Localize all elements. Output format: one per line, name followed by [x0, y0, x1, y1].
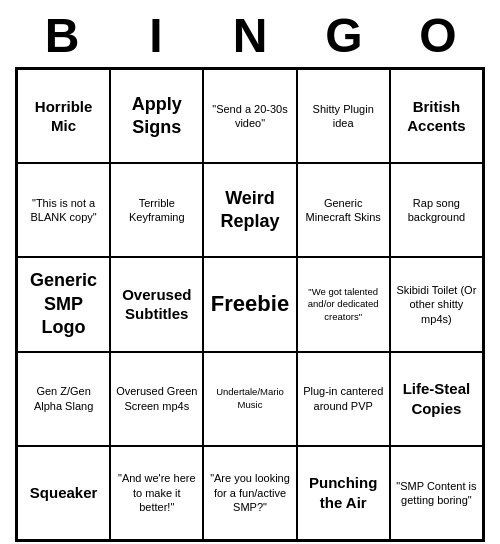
title-g: G — [304, 8, 384, 63]
bingo-cell-19: Life-Steal Copies — [390, 352, 483, 446]
bingo-cell-6: Terrible Keyframing — [110, 163, 203, 257]
bingo-cell-17: Undertale/Mario Music — [203, 352, 296, 446]
title-n: N — [210, 8, 290, 63]
bingo-cell-24: "SMP Content is getting boring" — [390, 446, 483, 540]
bingo-cell-3: Shitty Plugin idea — [297, 69, 390, 163]
bingo-cell-11: Overused Subtitles — [110, 257, 203, 351]
title-i: I — [116, 8, 196, 63]
bingo-cell-18: Plug-in cantered around PVP — [297, 352, 390, 446]
bingo-cell-9: Rap song background — [390, 163, 483, 257]
title-o: O — [398, 8, 478, 63]
bingo-cell-7: Weird Replay — [203, 163, 296, 257]
bingo-cell-20: Squeaker — [17, 446, 110, 540]
bingo-cell-2: "Send a 20-30s video" — [203, 69, 296, 163]
bingo-cell-5: "This is not a BLANK copy" — [17, 163, 110, 257]
bingo-cell-12: Freebie — [203, 257, 296, 351]
bingo-cell-8: Generic Minecraft Skins — [297, 163, 390, 257]
title-b: B — [22, 8, 102, 63]
bingo-cell-21: "And we're here to make it better!" — [110, 446, 203, 540]
bingo-cell-15: Gen Z/Gen Alpha Slang — [17, 352, 110, 446]
bingo-cell-14: Skibidi Toilet (Or other shitty mp4s) — [390, 257, 483, 351]
bingo-header: B I N G O — [15, 0, 485, 67]
bingo-cell-23: Punching the Air — [297, 446, 390, 540]
bingo-cell-1: Apply Signs — [110, 69, 203, 163]
bingo-grid: Horrible MicApply Signs"Send a 20-30s vi… — [15, 67, 485, 542]
bingo-cell-22: "Are you looking for a fun/active SMP?" — [203, 446, 296, 540]
bingo-cell-0: Horrible Mic — [17, 69, 110, 163]
bingo-cell-13: "We got talented and/or dedicated creato… — [297, 257, 390, 351]
bingo-cell-4: British Accents — [390, 69, 483, 163]
bingo-cell-10: Generic SMP Logo — [17, 257, 110, 351]
bingo-cell-16: Overused Green Screen mp4s — [110, 352, 203, 446]
